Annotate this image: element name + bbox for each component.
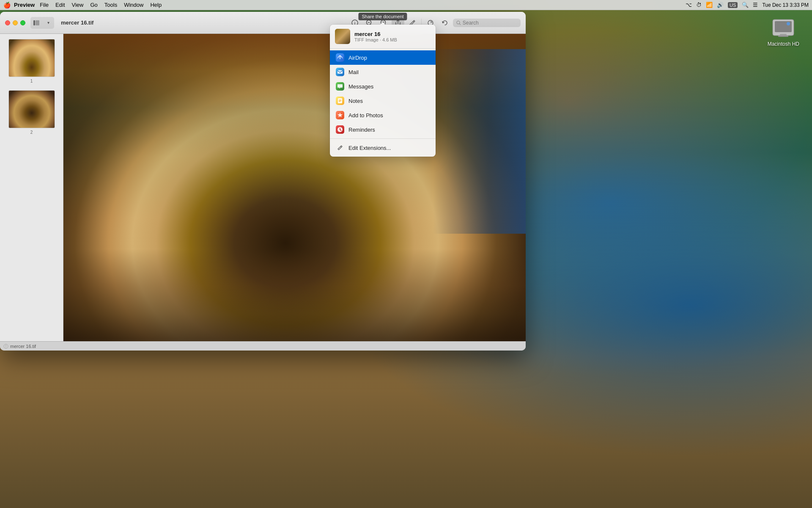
wifi-icon[interactable]: 📶 [706, 2, 713, 8]
mail-label: Mail [348, 69, 359, 75]
share-file-name: mercer 16 [354, 31, 397, 37]
menu-separator [330, 138, 436, 139]
search-box[interactable] [453, 19, 521, 27]
search-input[interactable] [463, 20, 517, 26]
share-item-reminders[interactable]: Reminders [330, 122, 436, 137]
thumb1-scene [9, 39, 55, 77]
user-badge[interactable]: US [728, 2, 738, 8]
svg-rect-23 [337, 70, 343, 74]
share-item-airdrop[interactable]: AirDrop [330, 50, 436, 65]
ground-overlay [63, 249, 526, 341]
share-item-messages[interactable]: Messages [330, 79, 436, 94]
svg-rect-3 [778, 36, 788, 37]
photos-label: Add to Photos [348, 112, 383, 119]
svg-rect-5 [33, 20, 35, 25]
minimize-button[interactable] [13, 20, 18, 25]
rotate-left-button[interactable] [439, 17, 451, 29]
thumbnail-image-2 [8, 90, 55, 128]
svg-rect-6 [36, 20, 39, 25]
share-menu-list: AirDrop Mail Messages [330, 49, 436, 157]
svg-point-4 [787, 22, 790, 25]
menu-window[interactable]: Window [124, 2, 143, 8]
traffic-lights [5, 20, 25, 25]
menu-view[interactable]: View [72, 2, 84, 8]
titlebar: ▾ mercer 16.tif i [0, 12, 526, 34]
menu-tools[interactable]: Tools [104, 2, 117, 8]
thumbnail-item-1[interactable]: 1 [3, 37, 60, 85]
stump-image [63, 34, 526, 341]
notes-icon [336, 97, 344, 105]
sidebar: 1 2 [0, 34, 63, 341]
edit-extensions-item[interactable]: Edit Extensions... [330, 141, 436, 155]
view-toggle-button[interactable]: ▾ [42, 17, 54, 29]
window-body: 1 2 [0, 34, 526, 341]
window-title: mercer 16.tif [61, 19, 93, 26]
svg-line-31 [340, 146, 341, 147]
maximize-button[interactable] [20, 20, 25, 25]
messages-label: Messages [348, 83, 373, 90]
notes-label: Notes [348, 98, 363, 104]
svg-point-21 [5, 347, 6, 348]
sidebar-toggle-group: ▾ [30, 17, 54, 29]
share-tooltip: Share the document [358, 13, 407, 20]
edit-extensions-icon [336, 144, 344, 152]
close-button[interactable] [5, 20, 10, 25]
messages-icon [336, 82, 344, 91]
menu-edit[interactable]: Edit [55, 2, 65, 8]
reminders-icon [336, 125, 344, 134]
sidebar-toggle-button[interactable] [30, 17, 42, 29]
share-file-info: mercer 16 TIFF Image · 4.6 MB [354, 31, 397, 42]
menu-file[interactable]: File [40, 2, 49, 8]
statusbar-filename: mercer 16.tif [10, 344, 36, 349]
share-file-thumb [335, 29, 350, 44]
volume-icon[interactable]: 🔊 [717, 2, 724, 8]
share-header: mercer 16 TIFF Image · 4.6 MB [330, 25, 436, 49]
macintosh-hd-icon[interactable]: Macintosh HD [768, 15, 799, 47]
bluetooth-icon[interactable]: ⌥ [686, 2, 692, 8]
reminders-label: Reminders [348, 127, 375, 133]
macintosh-hd-disk-icon [768, 15, 798, 40]
svg-line-18 [459, 23, 461, 25]
app-name[interactable]: Preview [14, 2, 35, 8]
time-machine-icon[interactable]: ⏱ [696, 2, 702, 8]
search-icon [456, 20, 461, 25]
thumbnail-num-2: 2 [30, 130, 33, 135]
share-item-mail[interactable]: Mail [330, 65, 436, 79]
airdrop-icon [336, 53, 344, 62]
spotlight-icon[interactable]: 🔍 [742, 2, 749, 8]
thumb2-scene [9, 91, 55, 128]
menu-go[interactable]: Go [90, 2, 97, 8]
notification-center-icon[interactable]: ☰ [753, 2, 758, 8]
share-item-photos[interactable]: Add to Photos [330, 108, 436, 122]
menu-help[interactable]: Help [150, 2, 162, 8]
apple-menu[interactable]: 🍎 [3, 2, 11, 8]
preview-window: ▾ mercer 16.tif i [0, 12, 526, 351]
water-overlay [433, 49, 526, 234]
macintosh-hd-label: Macintosh HD [768, 41, 799, 47]
photos-icon [336, 111, 344, 119]
thumbnail-item-2[interactable]: 2 [3, 88, 60, 136]
statusbar-icon [3, 344, 8, 349]
main-content[interactable] [63, 34, 526, 341]
thumbnail-num-1: 1 [30, 79, 33, 83]
airdrop-label: AirDrop [348, 55, 367, 61]
mail-icon [336, 68, 344, 76]
statusbar: mercer 16.tif [0, 341, 526, 351]
share-dropdown: Share the document mercer 16 TIFF Image … [330, 25, 436, 157]
menubar: 🍎 Preview File Edit View Go Tools Window… [0, 0, 812, 10]
edit-extensions-label: Edit Extensions... [348, 145, 391, 151]
thumbnail-image-1 [8, 39, 55, 77]
menubar-right: ⌥ ⏱ 📶 🔊 US 🔍 ☰ Tue Dec 13 3:33 PM [686, 2, 809, 8]
date-time: Tue Dec 13 3:33 PM [762, 2, 809, 8]
share-file-meta: TIFF Image · 4.6 MB [354, 37, 397, 42]
share-item-notes[interactable]: Notes [330, 94, 436, 108]
share-file-icon [335, 29, 350, 44]
